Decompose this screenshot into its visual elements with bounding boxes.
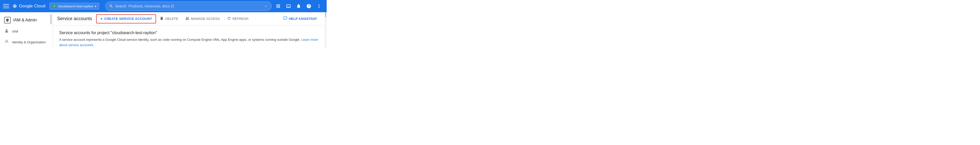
manage-access-button-label: MANAGE ACCESS — [191, 17, 220, 21]
description-1-text: A service account represents a Google Cl… — [59, 38, 301, 41]
right-scroll-thumb — [325, 12, 326, 18]
refresh-button[interactable]: REFRESH — [223, 14, 252, 23]
iam-person-icon — [4, 29, 9, 34]
manage-access-icon — [185, 16, 189, 21]
sidebar-item-identity-org-label: Identity & Organization — [12, 40, 46, 44]
search-bar[interactable] — [105, 2, 272, 11]
sidebar-item-policy-troubleshooter[interactable]: Policy Troubleshooter — [0, 48, 53, 48]
description-1: A service account represents a Google Cl… — [59, 37, 318, 48]
google-cloud-icon — [12, 3, 18, 9]
delete-button-label: DELETE — [165, 17, 178, 21]
help-button[interactable] — [304, 2, 313, 11]
delete-icon — [160, 16, 164, 21]
sidebar-item-iam[interactable]: IAM — [0, 26, 53, 37]
identity-org-icon — [4, 39, 9, 45]
more-options-button[interactable] — [314, 2, 324, 11]
main-layout: IAM & Admin IAM Identity & Organization … — [0, 12, 327, 48]
manage-access-button[interactable]: MANAGE ACCESS — [182, 14, 223, 23]
page-body: Service accounts for project "cloudsearc… — [53, 25, 325, 48]
top-navigation: Google Cloud ✦ cloudsearch-test-raytion — [0, 0, 327, 12]
project-dropdown-chevron — [95, 4, 96, 8]
google-cloud-logo: Google Cloud — [12, 3, 45, 9]
svg-point-0 — [6, 40, 7, 41]
project-dot-icon: ✦ — [52, 4, 56, 8]
iam-admin-icon — [4, 17, 11, 24]
refresh-icon — [227, 16, 231, 21]
logo-text: Google Cloud — [19, 3, 45, 9]
sidebar-title: IAM & Admin — [0, 14, 53, 26]
sidebar-scrollbar[interactable] — [50, 12, 52, 48]
project-name: cloudsearch-test-raytion — [58, 4, 93, 8]
sidebar: IAM & Admin IAM Identity & Organization … — [0, 12, 53, 48]
help-assistant-button[interactable]: HELP ASSISTANT — [280, 14, 321, 23]
sidebar-item-iam-label: IAM — [12, 30, 18, 33]
page-heading: Service accounts for project "cloudsearc… — [59, 30, 318, 35]
right-scrollbar[interactable] — [325, 12, 327, 48]
delete-button[interactable]: DELETE — [156, 14, 182, 23]
sidebar-item-identity-org[interactable]: Identity & Organization — [0, 37, 53, 48]
help-assistant-icon — [283, 16, 287, 21]
page-title: Service accounts — [57, 16, 92, 21]
notifications-button[interactable] — [294, 2, 303, 11]
search-input[interactable] — [115, 4, 262, 8]
terminal-button[interactable] — [284, 2, 293, 11]
search-expand-icon — [264, 4, 268, 8]
plus-icon: + — [100, 17, 103, 21]
main-content: Service accounts + CREATE SERVICE ACCOUN… — [53, 12, 325, 48]
create-service-account-button[interactable]: + CREATE SERVICE ACCOUNT — [96, 14, 156, 24]
project-selector[interactable]: ✦ cloudsearch-test-raytion — [49, 3, 99, 10]
search-icon — [109, 4, 113, 8]
apps-grid-button[interactable] — [274, 2, 283, 11]
sidebar-title-text: IAM & Admin — [13, 18, 37, 22]
create-button-label: CREATE SERVICE ACCOUNT — [104, 17, 152, 21]
refresh-button-label: REFRESH — [232, 17, 248, 21]
toolbar: Service accounts + CREATE SERVICE ACCOUN… — [53, 12, 325, 25]
hamburger-menu[interactable] — [3, 3, 9, 9]
nav-icons — [274, 2, 324, 11]
help-assistant-label: HELP ASSISTANT — [289, 17, 317, 21]
